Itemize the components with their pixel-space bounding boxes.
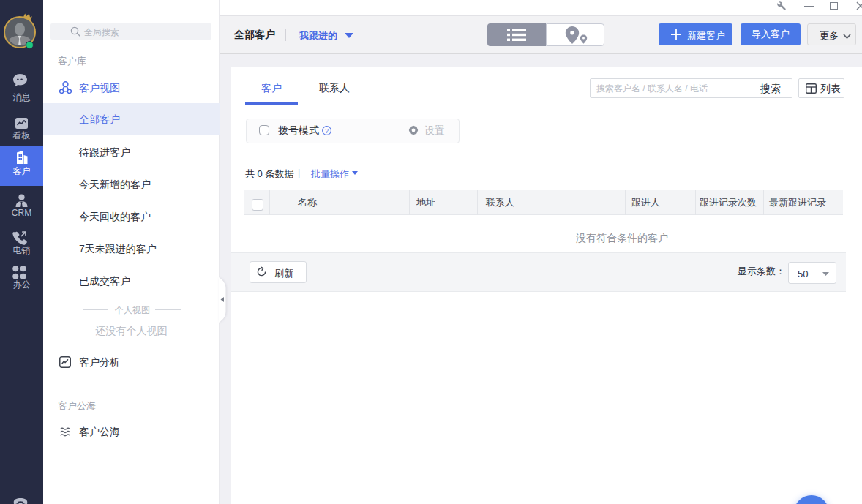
- svg-text:?: ?: [325, 127, 329, 135]
